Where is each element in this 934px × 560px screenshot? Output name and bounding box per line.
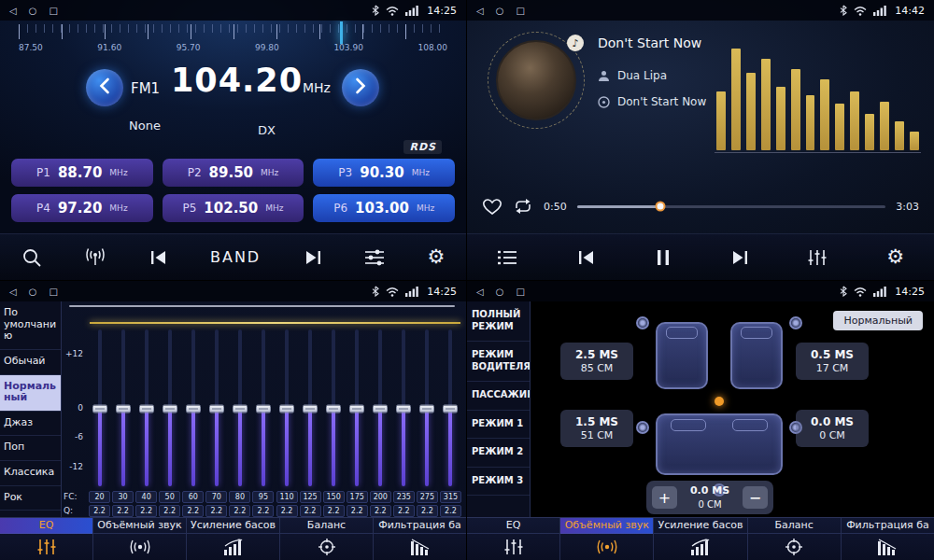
previous-icon[interactable] bbox=[577, 249, 596, 266]
slider-handle[interactable] bbox=[419, 404, 434, 413]
eq-band-slider[interactable] bbox=[439, 328, 462, 489]
driver-seat[interactable] bbox=[656, 322, 708, 389]
slider-handle[interactable] bbox=[92, 404, 107, 413]
favorite-heart-icon[interactable] bbox=[482, 198, 502, 216]
preset-p6[interactable]: P6103.00MHz bbox=[313, 194, 455, 222]
next-icon[interactable] bbox=[730, 249, 749, 266]
home-icon[interactable]: ○ bbox=[496, 6, 504, 16]
slider-handle[interactable] bbox=[116, 404, 131, 413]
broadcast-icon[interactable] bbox=[84, 247, 106, 267]
preset-p3[interactable]: P390.30MHz bbox=[313, 159, 455, 187]
previous-icon[interactable] bbox=[149, 249, 168, 266]
delay-front-left[interactable]: 2.5 MS 85 CM bbox=[560, 343, 633, 380]
surround-mode-item[interactable]: РЕЖИМ 1 bbox=[467, 411, 530, 440]
eq-band-slider[interactable] bbox=[228, 328, 251, 489]
eq-band-slider[interactable] bbox=[276, 328, 299, 489]
seek-knob[interactable] bbox=[655, 202, 665, 212]
tab-surround[interactable]: Объёмный звук bbox=[93, 518, 187, 560]
playlist-icon[interactable] bbox=[497, 249, 517, 266]
delay-front-right[interactable]: 0.5 MS 17 CM bbox=[796, 343, 869, 380]
slider-handle[interactable] bbox=[186, 404, 201, 413]
eq-band-slider[interactable] bbox=[205, 328, 228, 489]
recents-icon[interactable]: □ bbox=[516, 6, 524, 16]
passenger-seat[interactable] bbox=[730, 322, 783, 389]
preset-p4[interactable]: P497.20MHz bbox=[11, 194, 153, 222]
eq-preset-item[interactable]: Классика bbox=[0, 461, 61, 486]
slider-handle[interactable] bbox=[139, 404, 154, 413]
surround-mode-item[interactable]: РЕЖИМ 2 bbox=[467, 439, 530, 468]
delay-rear-left[interactable]: 1.5 MS 51 CM bbox=[560, 410, 633, 447]
eq-band-slider[interactable] bbox=[111, 328, 134, 489]
tab-eq-sliders[interactable]: EQ bbox=[0, 518, 93, 560]
rear-bench-seat[interactable] bbox=[656, 413, 783, 475]
eq-preset-item[interactable]: Нормальный bbox=[0, 375, 61, 412]
home-icon[interactable]: ○ bbox=[496, 287, 504, 297]
home-icon[interactable]: ○ bbox=[29, 6, 37, 16]
surround-mode-item[interactable]: РЕЖИМ 3 bbox=[467, 468, 530, 497]
pause-icon[interactable] bbox=[656, 249, 671, 266]
frequency-ruler[interactable]: 87.5091.6095.7099.80103.90108.00 bbox=[19, 24, 447, 58]
tune-up-button[interactable] bbox=[342, 69, 379, 106]
preset-p1[interactable]: P188.70MHz bbox=[11, 159, 153, 187]
eq-preset-item[interactable]: Джаз bbox=[0, 412, 61, 437]
tab-filter[interactable]: Фильтрация ба bbox=[374, 518, 466, 560]
slider-handle[interactable] bbox=[373, 404, 388, 413]
slider-handle[interactable] bbox=[163, 404, 177, 413]
tuner-settings-icon[interactable] bbox=[364, 248, 385, 267]
next-icon[interactable] bbox=[304, 249, 322, 266]
decrease-delay-button[interactable]: − bbox=[743, 486, 768, 509]
tune-down-button[interactable] bbox=[86, 69, 123, 106]
eq-band-slider[interactable] bbox=[416, 328, 439, 489]
settings-gear-icon[interactable]: ⚙ bbox=[427, 247, 445, 267]
slider-handle[interactable] bbox=[326, 404, 341, 413]
settings-gear-icon[interactable]: ⚙ bbox=[886, 247, 904, 267]
eq-band-slider[interactable] bbox=[134, 328, 158, 489]
surround-mode-item[interactable]: ПОЛНЫЙ РЕЖИМ bbox=[467, 301, 530, 342]
eq-preset-item[interactable]: Обычай bbox=[0, 350, 61, 375]
tab-bass-boost[interactable]: Усиление басов bbox=[187, 518, 280, 560]
recents-icon[interactable]: □ bbox=[49, 6, 57, 16]
slider-handle[interactable] bbox=[396, 404, 411, 413]
surround-mode-item[interactable]: РЕЖИМ ВОДИТЕЛЯ bbox=[467, 342, 530, 382]
recents-icon[interactable]: □ bbox=[49, 287, 57, 297]
tab-surround[interactable]: Объёмный звук bbox=[560, 518, 654, 560]
eq-band-slider[interactable] bbox=[299, 328, 322, 489]
recents-icon[interactable]: □ bbox=[516, 287, 524, 297]
slider-handle[interactable] bbox=[443, 404, 458, 413]
preset-p5[interactable]: P5102.50MHz bbox=[163, 194, 304, 222]
seek-bar[interactable] bbox=[577, 205, 886, 208]
eq-band-slider[interactable] bbox=[88, 328, 111, 489]
eq-preset-item[interactable]: Рок bbox=[0, 486, 61, 511]
slider-handle[interactable] bbox=[233, 404, 248, 413]
preset-p2[interactable]: P289.50MHz bbox=[163, 159, 304, 187]
band-button[interactable]: BAND bbox=[210, 248, 261, 266]
tab-balance[interactable]: Баланс bbox=[280, 518, 374, 560]
back-icon[interactable]: ◁ bbox=[9, 287, 17, 297]
slider-handle[interactable] bbox=[209, 404, 224, 413]
eq-band-slider[interactable] bbox=[322, 328, 346, 489]
eq-band-slider[interactable] bbox=[369, 328, 392, 489]
tab-balance[interactable]: Баланс bbox=[748, 518, 842, 560]
eq-band-slider[interactable] bbox=[251, 328, 275, 489]
slider-handle[interactable] bbox=[349, 404, 364, 413]
tab-filter[interactable]: Фильтрация ба bbox=[842, 518, 934, 560]
eq-preset-item[interactable]: По умолчанию bbox=[0, 301, 61, 350]
listening-position-dot[interactable] bbox=[715, 397, 724, 406]
sound-preset-button[interactable]: Нормальный bbox=[833, 311, 923, 330]
back-icon[interactable]: ◁ bbox=[476, 6, 484, 16]
surround-mode-item[interactable]: ПАССАЖИР bbox=[467, 382, 530, 411]
slider-handle[interactable] bbox=[279, 404, 294, 413]
tab-bass-boost[interactable]: Усиление басов bbox=[654, 518, 747, 560]
repeat-icon[interactable] bbox=[513, 198, 533, 215]
eq-band-slider[interactable] bbox=[346, 328, 369, 489]
eq-band-slider[interactable] bbox=[181, 328, 205, 489]
tab-eq-sliders[interactable]: EQ bbox=[467, 518, 560, 560]
eq-preset-item[interactable]: Поп bbox=[0, 436, 61, 461]
eq-band-slider[interactable] bbox=[158, 328, 181, 489]
equalizer-icon[interactable] bbox=[808, 249, 827, 266]
scan-search-icon[interactable] bbox=[21, 247, 42, 268]
home-icon[interactable]: ○ bbox=[29, 287, 37, 297]
slider-handle[interactable] bbox=[256, 404, 271, 413]
increase-delay-button[interactable]: + bbox=[652, 486, 677, 509]
slider-handle[interactable] bbox=[303, 404, 318, 413]
